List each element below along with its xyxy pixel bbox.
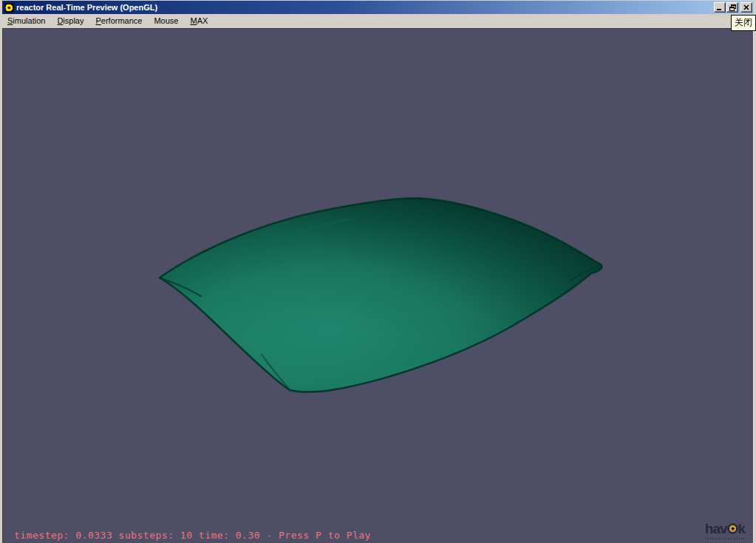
menu-performance[interactable]: Performance: [89, 15, 148, 27]
havok-watermark: havk: [701, 522, 749, 539]
menu-simulation[interactable]: Simulation: [4, 15, 51, 27]
reactor-icon[interactable]: [4, 3, 14, 13]
menu-mouse[interactable]: Mouse: [148, 15, 184, 27]
close-icon: [743, 4, 749, 10]
softbody-pillow-object: [3, 29, 753, 543]
window-title: reactor Real-Time Preview (OpenGL): [16, 3, 157, 13]
minimize-button[interactable]: [714, 2, 726, 13]
menubar: Simulation Display Performance Mouse MAX: [2, 14, 754, 28]
simulation-status-text: timestep: 0.0333 substeps: 10 time: 0.30…: [14, 530, 371, 541]
window-controls: [714, 2, 752, 13]
close-tooltip: 关闭: [731, 15, 756, 31]
close-button[interactable]: [740, 2, 752, 13]
menu-max[interactable]: MAX: [184, 15, 214, 27]
opengl-viewport[interactable]: timestep: 0.0333 substeps: 10 time: 0.30…: [2, 28, 754, 543]
reactor-preview-window: reactor Real-Time Preview (OpenGL): [0, 0, 756, 543]
titlebar[interactable]: reactor Real-Time Preview (OpenGL): [2, 1, 754, 14]
restore-icon: [729, 4, 736, 11]
havok-logo: havk: [701, 522, 749, 536]
restore-button[interactable]: [726, 2, 738, 13]
havok-gear-icon: [728, 524, 738, 533]
menu-display[interactable]: Display: [51, 15, 89, 27]
havok-tagline-dots: [706, 538, 744, 539]
minimize-icon: [717, 5, 723, 10]
